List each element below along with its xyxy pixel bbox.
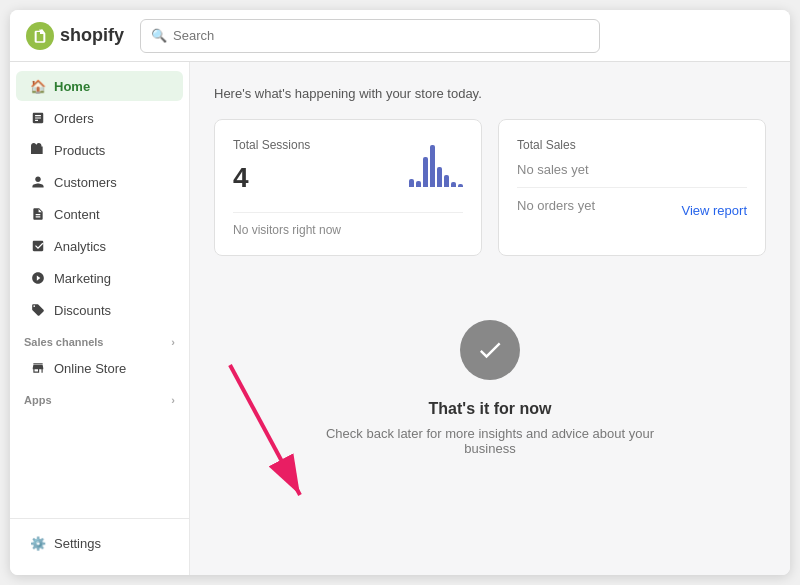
- sidebar-label-settings: Settings: [54, 536, 101, 551]
- sidebar-bottom: ⚙️ Settings: [10, 518, 189, 567]
- topbar: shopify 🔍: [10, 10, 790, 62]
- total-sales-card: Total Sales No sales yet No orders yet V…: [498, 119, 766, 256]
- sidebar-label-customers: Customers: [54, 175, 117, 190]
- sidebar-label-marketing: Marketing: [54, 271, 111, 286]
- products-icon: [30, 142, 46, 158]
- sidebar-item-settings[interactable]: ⚙️ Settings: [16, 528, 183, 558]
- sidebar-label-online-store: Online Store: [54, 361, 126, 376]
- sidebar-item-online-store[interactable]: Online Store: [16, 353, 183, 383]
- sidebar-item-orders[interactable]: Orders: [16, 103, 183, 133]
- view-report-row: No orders yet View report: [517, 198, 747, 223]
- sessions-value: 4: [233, 162, 310, 194]
- sales-channels-section[interactable]: Sales channels ›: [10, 326, 189, 352]
- greeting-text: Here's what's happening with your store …: [214, 86, 766, 101]
- analytics-icon: [30, 238, 46, 254]
- customers-icon: [30, 174, 46, 190]
- orders-icon: [30, 110, 46, 126]
- no-sales-text: No sales yet: [517, 162, 747, 177]
- content-area: Here's what's happening with your store …: [190, 62, 790, 575]
- marketing-icon: [30, 270, 46, 286]
- end-state-title: That's it for now: [429, 400, 552, 418]
- end-state: That's it for now Check back later for m…: [214, 280, 766, 496]
- sidebar-label-orders: Orders: [54, 111, 94, 126]
- sessions-left: Total Sessions 4: [233, 138, 310, 202]
- sidebar-label-analytics: Analytics: [54, 239, 106, 254]
- sessions-title: Total Sessions: [233, 138, 310, 152]
- check-circle-icon: [460, 320, 520, 380]
- sidebar: 🏠 Home Orders Products Customers: [10, 62, 190, 575]
- logo-text: shopify: [60, 25, 124, 46]
- online-store-icon: [30, 360, 46, 376]
- sidebar-item-customers[interactable]: Customers: [16, 167, 183, 197]
- search-icon: 🔍: [151, 28, 167, 43]
- home-icon: 🏠: [30, 78, 46, 94]
- search-bar[interactable]: 🔍: [140, 19, 600, 53]
- sessions-card-top: Total Sessions 4: [233, 138, 463, 202]
- no-orders-text: No orders yet: [517, 198, 595, 213]
- sidebar-label-products: Products: [54, 143, 105, 158]
- logo: shopify: [26, 22, 124, 50]
- sidebar-label-home: Home: [54, 79, 90, 94]
- sales-divider: [517, 187, 747, 188]
- sidebar-item-content[interactable]: Content: [16, 199, 183, 229]
- end-state-description: Check back later for more insights and a…: [310, 426, 670, 456]
- sidebar-item-products[interactable]: Products: [16, 135, 183, 165]
- sidebar-item-marketing[interactable]: Marketing: [16, 263, 183, 293]
- main-area: 🏠 Home Orders Products Customers: [10, 62, 790, 575]
- settings-icon: ⚙️: [30, 535, 46, 551]
- sessions-chart: [409, 142, 463, 187]
- sales-title: Total Sales: [517, 138, 747, 152]
- sidebar-item-home[interactable]: 🏠 Home: [16, 71, 183, 101]
- sales-right: No sales yet No orders yet View report: [517, 162, 747, 223]
- content-icon: [30, 206, 46, 222]
- sessions-divider: [233, 212, 463, 213]
- apps-section[interactable]: Apps ›: [10, 384, 189, 410]
- apps-chevron: ›: [171, 394, 175, 406]
- sidebar-label-content: Content: [54, 207, 100, 222]
- sidebar-item-analytics[interactable]: Analytics: [16, 231, 183, 261]
- search-input[interactable]: [173, 28, 589, 43]
- sales-channels-chevron: ›: [171, 336, 175, 348]
- logo-icon: [26, 22, 54, 50]
- sessions-sub: No visitors right now: [233, 223, 463, 237]
- app-window: shopify 🔍 🏠 Home Orders: [10, 10, 790, 575]
- total-sessions-card: Total Sessions 4: [214, 119, 482, 256]
- view-report-link[interactable]: View report: [681, 203, 747, 218]
- sidebar-item-discounts[interactable]: Discounts: [16, 295, 183, 325]
- discounts-icon: [30, 302, 46, 318]
- cards-row: Total Sessions 4: [214, 119, 766, 256]
- sidebar-label-discounts: Discounts: [54, 303, 111, 318]
